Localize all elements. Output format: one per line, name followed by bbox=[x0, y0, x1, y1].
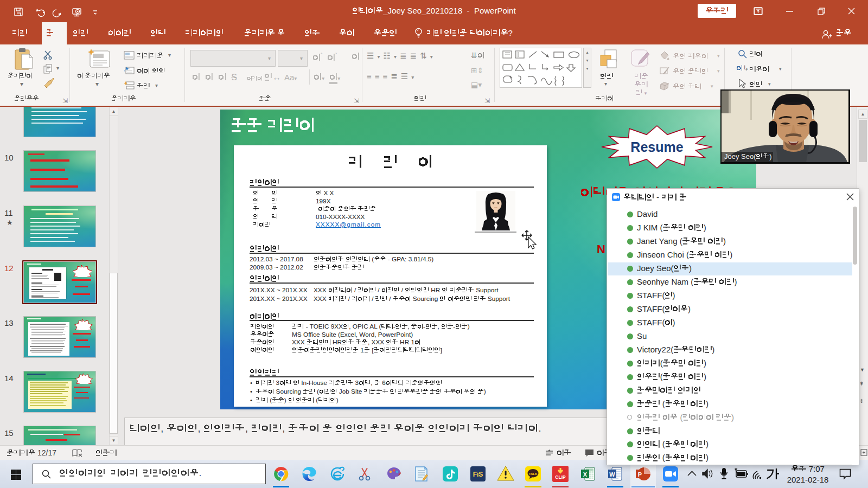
svg-text:Resume: Resume bbox=[630, 139, 683, 155]
svg-text:CLIP: CLIP bbox=[555, 474, 566, 480]
svg-text:TALK: TALK bbox=[529, 472, 538, 476]
svg-text:FiS: FiS bbox=[473, 471, 483, 478]
svg-text:W: W bbox=[609, 471, 615, 478]
svg-text:X: X bbox=[583, 471, 588, 478]
svg-text:P: P bbox=[638, 471, 642, 478]
